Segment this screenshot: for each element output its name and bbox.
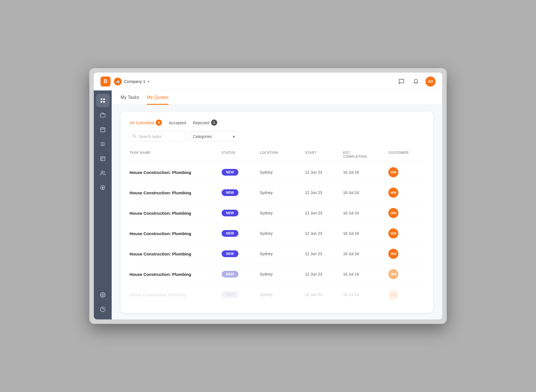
status-badge: NEW [222, 230, 238, 237]
table-header: TASK NAME STATUS LOCATION START ESTCOMPL… [130, 149, 424, 162]
filter-all-submitted[interactable]: All Submitted 8 [130, 119, 162, 126]
filter-rejected[interactable]: Rejected 1 [193, 119, 217, 126]
sidebar-item-calendar[interactable] [96, 123, 109, 136]
svg-rect-0 [101, 99, 102, 100]
table-row[interactable]: House Construction: Plumbing NEW Sydney … [130, 264, 424, 285]
logo[interactable]: B [100, 77, 111, 87]
categories-chevron-icon: ▾ [233, 134, 235, 139]
sidebar-item-building[interactable] [96, 152, 109, 165]
svg-point-21 [133, 135, 135, 137]
customer-cell: WW [388, 208, 424, 218]
status-cell: NEW [222, 169, 258, 176]
svg-rect-2 [101, 101, 102, 103]
svg-rect-12 [101, 157, 105, 161]
customer-avatar: WW [388, 249, 398, 259]
company-icon: 🏠 [114, 78, 122, 85]
tab-my-tasks[interactable]: My Tasks [121, 95, 139, 105]
customer-cell: WW [388, 269, 424, 279]
status-badge: NEW [222, 271, 238, 278]
status-cell: NEW [222, 250, 258, 257]
search-row: Categories ▾ [130, 131, 424, 142]
est-completion: 16 Jul 24 [343, 170, 386, 175]
customer-avatar: WW [388, 188, 398, 198]
location: Sydney [260, 231, 303, 236]
sidebar-item-settings[interactable] [96, 288, 109, 302]
customer-avatar: WW [388, 208, 398, 218]
customer-avatar: WW [388, 167, 398, 177]
table-body: House Construction: Plumbing NEW Sydney … [130, 162, 424, 305]
tab-my-quotes[interactable]: My Quotes [147, 95, 168, 105]
start-date: 12 Jun 23 [305, 252, 341, 256]
task-name: House Construction: Plumbing [130, 292, 219, 297]
notifications-button[interactable] [411, 77, 421, 87]
table-row[interactable]: House Construction: Plumbing NEW Sydney … [130, 285, 424, 305]
status-cell: NEW [222, 210, 258, 216]
sidebar-item-dollar[interactable] [96, 181, 109, 194]
table-row[interactable]: House Construction: Plumbing NEW Sydney … [130, 244, 424, 264]
task-name: House Construction: Plumbing [130, 252, 219, 256]
company-name: Company 1 [124, 79, 145, 84]
est-completion: 16 Jul 24 [343, 252, 386, 256]
status-badge: NEW [222, 291, 238, 298]
sidebar-item-help[interactable] [96, 303, 109, 316]
location: Sydney [260, 170, 303, 175]
user-avatar[interactable]: AD [425, 77, 436, 87]
table-row[interactable]: House Construction: Plumbing NEW Sydney … [130, 162, 424, 183]
sidebar-item-briefcase[interactable] [96, 108, 109, 122]
rejected-badge: 1 [211, 119, 217, 126]
messages-button[interactable] [396, 77, 406, 87]
sidebar-item-tasks[interactable] [96, 137, 109, 151]
table-row[interactable]: House Construction: Plumbing NEW Sydney … [130, 183, 424, 203]
col-customer: CUSTOMER [388, 151, 424, 159]
location: Sydney [260, 190, 303, 195]
col-task-name: TASK NAME [130, 151, 219, 159]
est-completion: 16 Jul 24 [343, 292, 386, 297]
location: Sydney [260, 252, 303, 256]
status-badge: NEW [222, 189, 238, 196]
search-input[interactable] [130, 131, 185, 142]
customer-avatar: WW [388, 228, 398, 238]
status-cell: NEW [222, 230, 258, 237]
col-est-completion: ESTCOMPLETION [343, 151, 386, 159]
search-icon [132, 134, 136, 139]
start-date: 12 Jun 23 [305, 170, 341, 175]
location: Sydney [260, 272, 303, 276]
customer-cell: WW [388, 188, 424, 198]
est-completion: 16 Jul 24 [343, 211, 386, 215]
table-row[interactable]: House Construction: Plumbing NEW Sydney … [130, 203, 424, 223]
customer-cell: WW [388, 290, 424, 300]
start-date: 12 Jun 23 [305, 211, 341, 215]
svg-point-15 [101, 171, 103, 173]
col-start: START [305, 151, 341, 159]
search-wrapper [130, 131, 185, 142]
svg-rect-5 [101, 128, 105, 132]
task-name: House Construction: Plumbing [130, 272, 219, 277]
svg-line-22 [135, 137, 136, 138]
col-location: LOCATION [260, 151, 303, 159]
location: Sydney [260, 211, 303, 215]
filter-accepted[interactable]: Accepted [169, 120, 186, 125]
customer-cell: WW [388, 167, 424, 177]
all-submitted-badge: 8 [156, 119, 162, 126]
sidebar [94, 90, 112, 319]
task-name: House Construction: Plumbing [130, 170, 219, 175]
est-completion: 16 Jul 24 [343, 272, 386, 276]
task-name: House Construction: Plumbing [130, 231, 219, 236]
status-cell: NEW [222, 189, 258, 196]
company-selector[interactable]: 🏠 Company 1 ▾ [114, 78, 149, 85]
sidebar-item-team[interactable] [96, 166, 109, 180]
status-cell: NEW [222, 271, 258, 278]
svg-rect-4 [100, 114, 105, 117]
chevron-down-icon: ▾ [148, 80, 149, 83]
start-date: 12 Jun 23 [305, 190, 341, 195]
status-cell: NEW [222, 291, 258, 298]
table-row[interactable]: House Construction: Plumbing NEW Sydney … [130, 223, 424, 244]
svg-point-18 [102, 294, 104, 296]
status-badge: NEW [222, 169, 238, 176]
sidebar-item-dashboard[interactable] [96, 94, 109, 107]
task-name: House Construction: Plumbing [130, 211, 219, 216]
nav-tabs: My Tasks My Quotes [112, 90, 442, 105]
categories-dropdown[interactable]: Categories ▾ [189, 131, 239, 142]
location: Sydney [260, 292, 303, 297]
task-name: House Construction: Plumbing [130, 190, 219, 195]
